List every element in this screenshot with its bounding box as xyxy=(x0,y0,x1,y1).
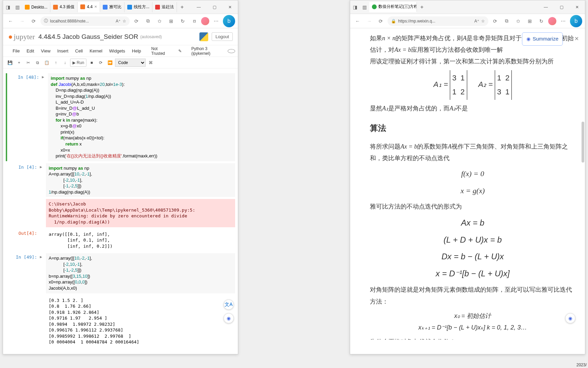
reader-icon[interactable]: A⁺ xyxy=(474,19,479,24)
favorite-icon[interactable]: ☆ xyxy=(481,19,485,24)
equation: x = g(x) xyxy=(370,184,575,198)
summarize-menu-icon[interactable]: ⋮ xyxy=(566,33,572,45)
browser-tab[interactable]: 线性方... xyxy=(125,2,152,12)
run-button[interactable]: ▶ Run xyxy=(70,59,86,67)
copy-button[interactable]: ⧉ xyxy=(33,59,42,67)
run-gutter-icon[interactable]: ▶ xyxy=(40,163,46,197)
translate-icon[interactable]: 文A xyxy=(224,300,234,310)
reader-icon[interactable]: A⁺ xyxy=(116,19,120,24)
more-icon[interactable]: ⋯ xyxy=(558,16,568,26)
url-input[interactable]: 🔒 https://mp.weixin.q... A⁺ ☆ xyxy=(388,16,488,26)
split-icon[interactable]: ⧉ xyxy=(143,16,153,26)
more-icon[interactable]: ⋯ xyxy=(211,16,221,26)
bing-float-icon[interactable]: ◉ xyxy=(565,313,575,323)
maximize-button[interactable]: ▢ xyxy=(207,0,222,14)
notebook-body[interactable]: In [48]:▶import numpy as np def Jacobi(A… xyxy=(3,68,238,351)
profile-avatar[interactable] xyxy=(548,17,556,25)
restart-button[interactable]: ⟳ xyxy=(97,59,105,67)
lock-icon[interactable]: 🔒 xyxy=(391,19,396,24)
summarize-button[interactable]: ◉Summarize xyxy=(522,32,563,46)
bing-chat-icon[interactable]: b xyxy=(223,15,235,27)
menu-insert[interactable]: Insert xyxy=(54,47,72,55)
right-addressbar: ← → ⟳ 🔒 https://mp.weixin.q... A⁺ ☆ ⟳ ⧉ … xyxy=(350,14,585,28)
paste-button[interactable]: 📋 xyxy=(43,59,51,67)
bing-chat-icon[interactable]: b xyxy=(570,15,582,27)
collections-icon[interactable]: ⊞ xyxy=(525,16,535,26)
shopping-icon[interactable]: ⧈ xyxy=(190,16,199,26)
new-tab-button[interactable]: + xyxy=(417,4,427,10)
back-icon[interactable]: ← xyxy=(353,16,362,26)
minimize-button[interactable]: — xyxy=(538,0,554,14)
bing-float-icon[interactable]: ◉ xyxy=(224,313,234,323)
maximize-button[interactable]: ▢ xyxy=(554,0,569,14)
history-icon[interactable]: ↻ xyxy=(178,16,187,26)
menu-help[interactable]: Help xyxy=(129,47,145,55)
notebook-title[interactable]: 4.4&4.5 Jacob Gauss_Seider SOR xyxy=(38,33,138,41)
profile-avatar[interactable] xyxy=(201,17,209,25)
article-content[interactable]: ◉Summarize ⋮ ✕ 如果n × n的矩阵严格对角占优，则A是非奇异矩阵… xyxy=(350,28,585,340)
menu-kernel[interactable]: Kernel xyxy=(86,47,106,55)
refresh-icon[interactable]: ⟳ xyxy=(29,16,38,26)
code-cell[interactable]: In [4]:▶import numpy as np A=np.array([[… xyxy=(6,163,235,197)
browser-tab[interactable]: 4.3 插值 xyxy=(50,2,78,12)
code-cell[interactable]: In [49]:▶A=np.array([[10,-2,-1], [-2,10,… xyxy=(6,253,235,293)
article-window: ◨ ▥ 数值分析笔记(三)方程组的迭代解 ✕ + — ▢ ✕ ← → ⟳ 🔒 h… xyxy=(350,0,585,354)
add-cell-button[interactable]: + xyxy=(15,59,23,67)
site-info-icon[interactable]: ⓘ xyxy=(44,18,48,24)
cell-type-select[interactable]: Code xyxy=(115,59,146,67)
close-window-button[interactable]: ✕ xyxy=(222,0,238,14)
jupyter-window: ◨ ▥ Deskto...4.3 插值4.4✕雅可比线性方...追赶法 + — … xyxy=(3,0,238,354)
summarize-close-icon[interactable]: ✕ xyxy=(574,34,579,44)
favorites-icon[interactable]: ✩ xyxy=(513,16,523,26)
sync-icon[interactable]: ⟳ xyxy=(490,16,500,26)
split-icon[interactable]: ⧉ xyxy=(502,16,511,26)
menu-view[interactable]: View xyxy=(37,47,54,55)
code-input[interactable]: A=np.array([[10,-2,-1], [-2,10,-1], [-1,… xyxy=(46,253,235,293)
logout-button[interactable]: Logout xyxy=(212,32,233,41)
fast-forward-button[interactable]: ⏩ xyxy=(106,59,114,67)
run-gutter-icon[interactable]: ▶ xyxy=(40,253,46,293)
favorite-icon[interactable]: ☆ xyxy=(122,19,126,24)
browser-tab[interactable]: 数值分析笔记(三)方程组的迭代解 ✕ xyxy=(369,2,417,12)
jupyter-toolbar: 💾 + ✂ ⧉ 📋 ↑ ↓ ▶ Run ■ ⟳ ⏩ Code ⌘ xyxy=(3,57,238,68)
refresh-icon[interactable]: ⟳ xyxy=(376,16,386,26)
browser-tab[interactable]: 追赶法 xyxy=(152,2,177,12)
tab-close-icon[interactable]: ✕ xyxy=(94,5,97,9)
browser-tab[interactable]: 4.4✕ xyxy=(78,2,100,12)
run-gutter-icon[interactable]: ▶ xyxy=(42,73,48,161)
browser-tab[interactable]: Deskto... xyxy=(22,2,50,12)
tabs-icon[interactable]: ▥ xyxy=(13,2,22,12)
code-cell[interactable]: In [48]:▶import numpy as np def Jacobi(A… xyxy=(6,73,235,161)
menu-widgets[interactable]: Widgets xyxy=(106,47,129,55)
kernel-name[interactable]: Python 3 (ipykernel) xyxy=(188,45,225,57)
save-button[interactable]: 💾 xyxy=(6,59,14,67)
sync-icon[interactable]: ⟳ xyxy=(132,16,141,26)
code-input[interactable]: import numpy as np A=np.array([[10,-2,-1… xyxy=(46,163,235,197)
move-up-button[interactable]: ↑ xyxy=(52,59,60,67)
code-input[interactable]: import numpy as np def Jacobi(A,b,x0,max… xyxy=(48,73,235,161)
browser-tab[interactable]: 雅可比 xyxy=(100,2,125,12)
not-trusted-button[interactable]: Not Trusted xyxy=(148,45,173,57)
new-tab-button[interactable]: + xyxy=(177,4,187,10)
cut-button[interactable]: ✂ xyxy=(24,59,32,67)
personal-icon[interactable]: ◨ xyxy=(3,2,13,12)
favorites-icon[interactable]: ✩ xyxy=(155,16,164,26)
stop-button[interactable]: ■ xyxy=(87,59,96,67)
menu-cell[interactable]: Cell xyxy=(72,47,86,55)
edit-icon[interactable]: ✎ xyxy=(175,47,185,55)
collections-icon[interactable]: ⊞ xyxy=(166,16,176,26)
menu-file[interactable]: File xyxy=(9,47,23,55)
menu-edit[interactable]: Edit xyxy=(23,47,37,55)
history-icon[interactable]: ↻ xyxy=(537,16,546,26)
close-window-button[interactable]: ✕ xyxy=(569,0,585,14)
url-input[interactable]: ⓘ localhost:8888/note... A⁺ ☆ xyxy=(40,16,130,26)
command-palette-button[interactable]: ⌘ xyxy=(147,59,155,67)
jupyter-logo[interactable]: jupyter xyxy=(8,32,35,41)
scrollbar[interactable] xyxy=(582,122,584,163)
move-down-button[interactable]: ↓ xyxy=(61,59,69,67)
minimize-button[interactable]: — xyxy=(191,0,207,14)
tab-label: 雅可比 xyxy=(109,4,121,10)
back-icon[interactable]: ← xyxy=(6,16,15,26)
tabs-icon[interactable]: ▥ xyxy=(360,2,369,12)
personal-icon[interactable]: ◨ xyxy=(350,2,360,12)
